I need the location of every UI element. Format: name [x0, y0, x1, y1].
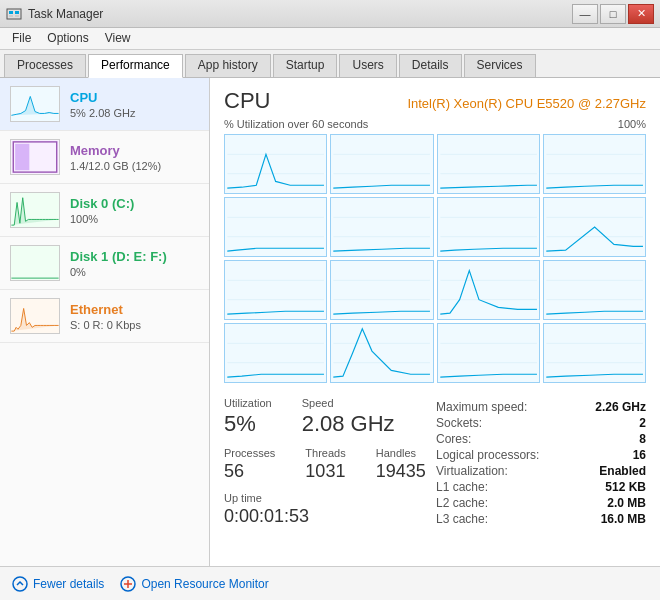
disk0-thumb	[10, 192, 60, 228]
info-l3: L3 cache: 16.0 MB	[436, 511, 646, 527]
stats-row-1: Utilization 5% Speed 2.08 GHz	[224, 397, 426, 437]
title-controls: — □ ✕	[572, 4, 654, 24]
cpu-model: Intel(R) Xeon(R) CPU E5520 @ 2.27GHz	[407, 96, 646, 111]
fewer-details-label: Fewer details	[33, 577, 104, 591]
main-content: CPU 5% 2.08 GHz Memory 1.4/12.0 GB (12%)	[0, 78, 660, 566]
maximize-button[interactable]: □	[600, 4, 626, 24]
logical-label: Logical processors:	[436, 448, 539, 462]
tab-app-history[interactable]: App history	[185, 54, 271, 77]
ethernet-name: Ethernet	[70, 302, 199, 317]
memory-stat: 1.4/12.0 GB (12%)	[70, 160, 199, 172]
tab-services[interactable]: Services	[464, 54, 536, 77]
fewer-details-button[interactable]: Fewer details	[12, 576, 104, 592]
sidebar: CPU 5% 2.08 GHz Memory 1.4/12.0 GB (12%)	[0, 78, 210, 566]
ethernet-thumb	[10, 298, 60, 334]
core-chart-4	[224, 197, 327, 257]
sockets-value: 2	[639, 416, 646, 430]
l1-value: 512 KB	[605, 480, 646, 494]
sidebar-item-cpu[interactable]: CPU 5% 2.08 GHz	[0, 78, 209, 131]
sidebar-item-memory[interactable]: Memory 1.4/12.0 GB (12%)	[0, 131, 209, 184]
core-chart-15	[543, 323, 646, 383]
tab-users[interactable]: Users	[339, 54, 396, 77]
l2-value: 2.0 MB	[607, 496, 646, 510]
uptime-value: 0:00:01:53	[224, 506, 309, 527]
svg-rect-2	[15, 11, 19, 14]
info-sockets: Sockets: 2	[436, 415, 646, 431]
open-resource-monitor-button[interactable]: Open Resource Monitor	[120, 576, 268, 592]
memory-thumb	[10, 139, 60, 175]
core-chart-5	[330, 197, 433, 257]
utilization-label: Utilization	[224, 397, 272, 409]
core-chart-13	[330, 323, 433, 383]
cpu-core-grid	[224, 134, 646, 383]
info-l1: L1 cache: 512 KB	[436, 479, 646, 495]
handles-label: Handles	[376, 447, 426, 459]
disk0-info: Disk 0 (C:) 100%	[70, 196, 199, 225]
open-monitor-label: Open Resource Monitor	[141, 577, 268, 591]
core-chart-7	[543, 197, 646, 257]
svg-point-39	[13, 577, 27, 591]
close-button[interactable]: ✕	[628, 4, 654, 24]
disk1-stat: 0%	[70, 266, 199, 278]
cpu-info: CPU 5% 2.08 GHz	[70, 90, 199, 119]
uptime-label: Up time	[224, 492, 309, 504]
virt-value: Enabled	[599, 464, 646, 478]
core-chart-3	[543, 134, 646, 194]
info-logical: Logical processors: 16	[436, 447, 646, 463]
memory-name: Memory	[70, 143, 199, 158]
title-bar: Task Manager — □ ✕	[0, 0, 660, 28]
l2-label: L2 cache:	[436, 496, 488, 510]
utilization-value: 5%	[224, 411, 272, 437]
footer: Fewer details Open Resource Monitor	[0, 566, 660, 600]
svg-rect-3	[9, 15, 13, 17]
app-icon	[6, 6, 22, 22]
tab-startup[interactable]: Startup	[273, 54, 338, 77]
svg-rect-4	[15, 15, 19, 17]
tab-processes[interactable]: Processes	[4, 54, 86, 77]
ethernet-stat: S: 0 R: 0 Kbps	[70, 319, 199, 331]
menu-file[interactable]: File	[4, 30, 39, 47]
cpu-name: CPU	[70, 90, 199, 105]
core-chart-14	[437, 323, 540, 383]
svg-rect-1	[9, 11, 13, 14]
l3-label: L3 cache:	[436, 512, 488, 526]
core-chart-2	[437, 134, 540, 194]
processes-label: Processes	[224, 447, 275, 459]
cpu-title: CPU	[224, 88, 270, 114]
ethernet-info: Ethernet S: 0 R: 0 Kbps	[70, 302, 199, 331]
chart-label: % Utilization over 60 seconds	[224, 118, 368, 130]
uptime-block: Up time 0:00:01:53	[224, 492, 309, 527]
tab-details[interactable]: Details	[399, 54, 462, 77]
core-chart-8	[224, 260, 327, 320]
processes-value: 56	[224, 461, 275, 482]
sidebar-item-ethernet[interactable]: Ethernet S: 0 R: 0 Kbps	[0, 290, 209, 343]
fewer-details-icon	[12, 576, 28, 592]
info-max-speed: Maximum speed: 2.26 GHz	[436, 399, 646, 415]
window-title: Task Manager	[28, 7, 103, 21]
menu-view[interactable]: View	[97, 30, 139, 47]
sidebar-item-disk1[interactable]: Disk 1 (D: E: F:) 0%	[0, 237, 209, 290]
speed-label: Speed	[302, 397, 395, 409]
utilization-block: Utilization 5%	[224, 397, 272, 437]
max-speed-label: Maximum speed:	[436, 400, 527, 414]
stats-row-2: Processes 56 Threads 1031 Handles 19435	[224, 447, 426, 482]
disk1-thumb	[10, 245, 60, 281]
logical-value: 16	[633, 448, 646, 462]
max-speed-value: 2.26 GHz	[595, 400, 646, 414]
core-chart-12	[224, 323, 327, 383]
core-chart-1	[330, 134, 433, 194]
handles-block: Handles 19435	[376, 447, 426, 482]
core-chart-9	[330, 260, 433, 320]
menu-options[interactable]: Options	[39, 30, 96, 47]
minimize-button[interactable]: —	[572, 4, 598, 24]
speed-value: 2.08 GHz	[302, 411, 395, 437]
tab-performance[interactable]: Performance	[88, 54, 183, 78]
title-bar-left: Task Manager	[6, 6, 103, 22]
sidebar-item-disk0[interactable]: Disk 0 (C:) 100%	[0, 184, 209, 237]
menu-bar: File Options View	[0, 28, 660, 50]
cpu-stat: 5% 2.08 GHz	[70, 107, 199, 119]
cores-label: Cores:	[436, 432, 471, 446]
chart-label-row: % Utilization over 60 seconds 100%	[224, 118, 646, 130]
memory-info: Memory 1.4/12.0 GB (12%)	[70, 143, 199, 172]
info-cores: Cores: 8	[436, 431, 646, 447]
